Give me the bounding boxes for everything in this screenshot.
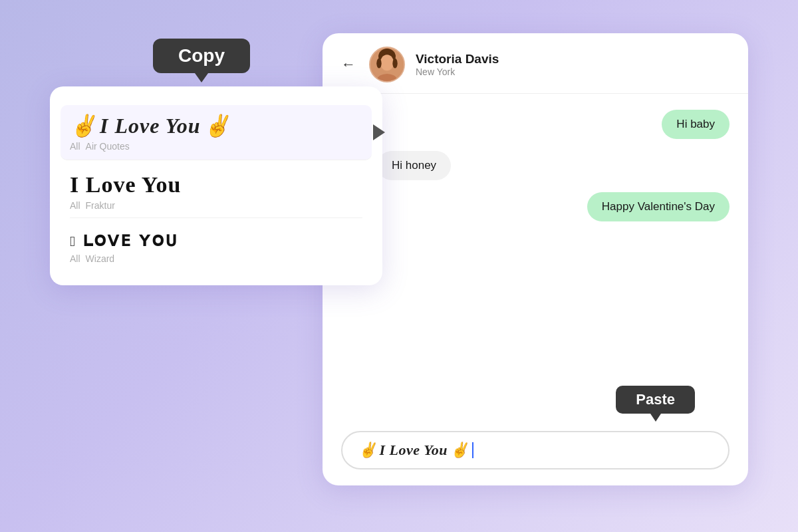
copy-tooltip[interactable]: Copy (153, 39, 250, 73)
message-row-3: Happy Valentine's Day (341, 192, 730, 221)
tag-wizard: Wizard (86, 253, 115, 264)
svg-point-2 (380, 55, 394, 70)
message-bubble-3: Happy Valentine's Day (587, 192, 730, 221)
air-quotes-tags: All Air Quotes (70, 141, 362, 152)
contact-avatar (369, 47, 405, 82)
paste-tooltip[interactable]: Paste (616, 386, 695, 414)
font-text-fraktur: I Love You (70, 172, 362, 198)
tag-all-fraktur: All (70, 200, 80, 211)
selected-arrow-icon (373, 124, 385, 140)
tag-fraktur: Fraktur (86, 200, 115, 211)
air-quotes-suffix: ✌️ (203, 113, 231, 138)
fraktur-tags: All Fraktur (70, 200, 362, 211)
message-row-2: Hi honey (341, 151, 730, 180)
tag-air-quotes: Air Quotes (86, 141, 130, 152)
input-suffix-emoji: ✌️ (450, 442, 469, 459)
tag-all: All (70, 141, 80, 152)
svg-point-3 (376, 59, 381, 68)
header-info: Victoria Davis New York (416, 52, 730, 77)
contact-name: Victoria Davis (416, 52, 730, 66)
font-item-air-quotes[interactable]: ✌️ I Love You ✌️ All Air Quotes (61, 105, 372, 160)
font-panel: Copy ✌️ I Love You ✌️ All Air Quotes I L… (50, 86, 382, 285)
font-text-air-quotes: ✌️ I Love You ✌️ (70, 113, 362, 138)
chat-input-box[interactable]: ✌️ I Love You ✌️ (341, 431, 730, 469)
scene: Copy ✌️ I Love You ✌️ All Air Quotes I L… (50, 33, 748, 499)
font-text-wizard: ɪ ʟᴏᴠᴇ ʏᴏᴜ (70, 227, 362, 251)
chat-panel: ← Victoria Davis New York (323, 33, 748, 485)
avatar-image (370, 47, 404, 82)
air-quotes-prefix: ✌️ (70, 113, 97, 138)
back-button[interactable]: ← (341, 56, 356, 73)
tag-all-wizard: All (70, 253, 80, 264)
wizard-tags: All Wizard (70, 253, 362, 264)
font-item-fraktur[interactable]: I Love You All Fraktur (70, 160, 362, 218)
air-quotes-text: I Love You (100, 114, 201, 138)
chat-header: ← Victoria Davis New York (323, 33, 748, 94)
font-item-wizard[interactable]: ɪ ʟᴏᴠᴇ ʏᴏᴜ All Wizard (70, 218, 362, 267)
text-cursor (472, 442, 473, 458)
chat-messages: Hi baby Hi honey Happy (323, 94, 748, 423)
input-text: I Love You (380, 442, 448, 459)
message-bubble-1: Hi baby (662, 110, 730, 139)
message-row-1: Hi baby (341, 110, 730, 139)
input-prefix-emoji: ✌️ (358, 442, 377, 459)
message-bubble-2: Hi honey (377, 151, 451, 180)
svg-point-4 (392, 59, 397, 68)
chat-input-area: Paste ✌️ I Love You ✌️ (323, 423, 748, 485)
contact-location: New York (416, 66, 730, 77)
